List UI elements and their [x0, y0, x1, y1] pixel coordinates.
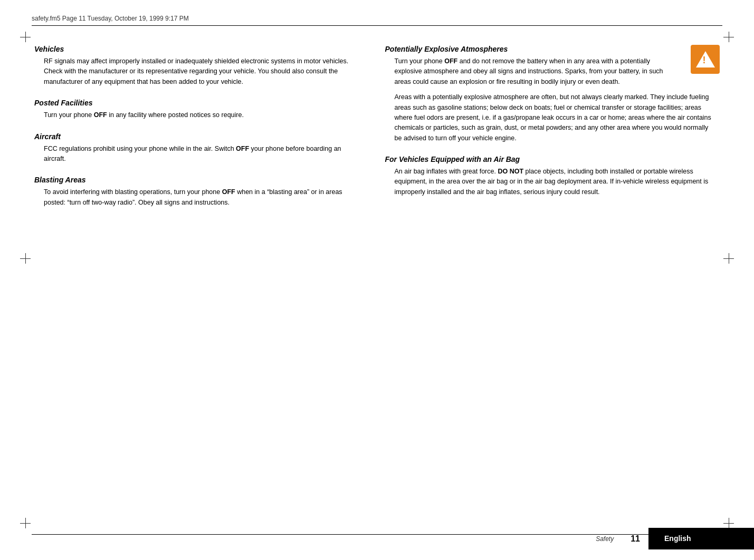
- section-potentially-explosive: Potentially Explosive Atmospheres Turn y…: [385, 45, 715, 143]
- header-bar: safety.fm5 Page 11 Tuesday, October 19, …: [32, 15, 722, 22]
- right-column: Potentially Explosive Atmospheres Turn y…: [385, 34, 720, 531]
- section-posted-facilities: Posted Facilities Turn your phone OFF in…: [34, 99, 364, 120]
- section-air-bag: For Vehicles Equipped with an Air Bag An…: [385, 155, 715, 197]
- bold-do-not-air-bag: DO NOT: [498, 168, 523, 175]
- section-vehicles: Vehicles RF signals may affect improperl…: [34, 45, 364, 87]
- section-body-posted-facilities: Turn your phone OFF in any facility wher…: [34, 110, 364, 120]
- page-container: safety.fm5 Page 11 Tuesday, October 19, …: [0, 0, 754, 560]
- section-body-potentially-explosive-p2: Areas with a potentially explosive atmos…: [385, 92, 715, 143]
- section-body-blasting-areas: To avoid interfering with blasting opera…: [34, 187, 364, 208]
- section-title-potentially-explosive: Potentially Explosive Atmospheres: [385, 45, 715, 53]
- footer-language-bg: English: [648, 528, 754, 549]
- section-title-posted-facilities: Posted Facilities: [34, 99, 364, 107]
- section-body-potentially-explosive-p1: Turn your phone OFF and do not remove th…: [385, 56, 715, 87]
- left-column: Vehicles RF signals may affect improperl…: [34, 34, 364, 531]
- section-title-air-bag: For Vehicles Equipped with an Air Bag: [385, 155, 715, 163]
- crosshair-bottom-right: [723, 518, 734, 528]
- footer-language-label: English: [664, 534, 691, 543]
- footer-bar: Safety 11 English: [32, 528, 754, 549]
- header-text: safety.fm5 Page 11 Tuesday, October 19, …: [32, 15, 189, 22]
- footer-section-label: Safety: [32, 535, 622, 543]
- crosshair-top-left: [20, 32, 31, 42]
- crosshair-mid-right: [723, 253, 734, 264]
- bold-off-blasting: OFF: [222, 188, 235, 196]
- header-line: [32, 25, 722, 26]
- bold-off-aircraft: OFF: [236, 145, 249, 152]
- bold-off-posted: OFF: [94, 111, 107, 119]
- crosshair-top-right: [723, 32, 734, 42]
- crosshair-mid-left: [20, 253, 31, 264]
- section-body-air-bag: An air bag inflates with great force. DO…: [385, 167, 715, 197]
- section-blasting-areas: Blasting Areas To avoid interfering with…: [34, 176, 364, 208]
- section-body-vehicles: RF signals may affect improperly install…: [34, 56, 364, 87]
- section-title-vehicles: Vehicles: [34, 45, 364, 53]
- crosshair-bottom-left: [20, 518, 31, 528]
- bold-off-explosive: OFF: [444, 57, 457, 65]
- footer-page-number: 11: [622, 534, 648, 544]
- section-title-blasting-areas: Blasting Areas: [34, 176, 364, 184]
- section-title-aircraft: Aircraft: [34, 132, 364, 141]
- content-area: Vehicles RF signals may affect improperl…: [34, 34, 720, 531]
- section-aircraft: Aircraft FCC regulations prohibit using …: [34, 132, 364, 165]
- section-body-aircraft: FCC regulations prohibit using your phon…: [34, 144, 364, 165]
